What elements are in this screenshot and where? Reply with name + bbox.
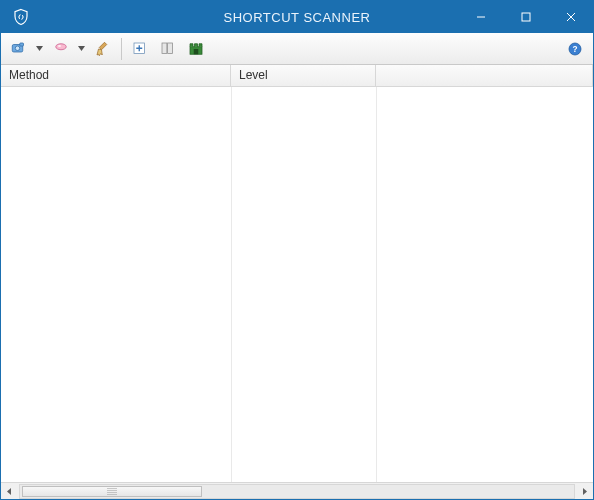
svg-point-5 — [58, 45, 61, 47]
minimize-button[interactable] — [458, 1, 503, 33]
scan-button[interactable] — [6, 36, 32, 62]
scroll-left-button[interactable] — [1, 483, 18, 500]
svg-point-4 — [56, 43, 67, 49]
svg-text:?: ? — [572, 45, 577, 54]
clean-dropdown[interactable] — [75, 36, 87, 62]
sweep-button[interactable] — [90, 36, 116, 62]
scan-dropdown[interactable] — [33, 36, 45, 62]
close-button[interactable] — [548, 1, 593, 33]
shield-link-icon — [11, 7, 31, 27]
toolbar: ? — [1, 33, 593, 65]
scroll-track[interactable] — [19, 484, 575, 499]
scroll-grip-icon — [107, 488, 117, 495]
window-controls — [458, 1, 593, 33]
svg-rect-0 — [522, 13, 530, 21]
svg-rect-10 — [194, 49, 199, 54]
clean-button[interactable] — [48, 36, 74, 62]
scroll-thumb[interactable] — [22, 486, 202, 497]
maximize-button[interactable] — [503, 1, 548, 33]
add-button[interactable] — [127, 36, 153, 62]
columns-button[interactable] — [155, 36, 181, 62]
help-button[interactable]: ? — [562, 36, 588, 62]
scroll-right-button[interactable] — [576, 483, 593, 500]
title-bar: SHORTCUT SCANNER — [1, 1, 593, 33]
report-button[interactable] — [183, 36, 209, 62]
toolbar-separator — [121, 38, 122, 60]
column-header-level[interactable]: Level — [231, 65, 376, 86]
svg-point-2 — [15, 46, 20, 51]
results-list — [1, 87, 593, 482]
column-header-method[interactable]: Method — [1, 65, 231, 86]
column-header-row: Method Level — [1, 65, 593, 87]
svg-rect-8 — [168, 43, 173, 54]
column-header-blank[interactable] — [376, 65, 593, 86]
column-divider — [376, 87, 377, 482]
horizontal-scrollbar — [1, 482, 593, 499]
svg-rect-3 — [20, 43, 24, 46]
column-divider — [231, 87, 232, 482]
svg-rect-7 — [162, 43, 167, 54]
